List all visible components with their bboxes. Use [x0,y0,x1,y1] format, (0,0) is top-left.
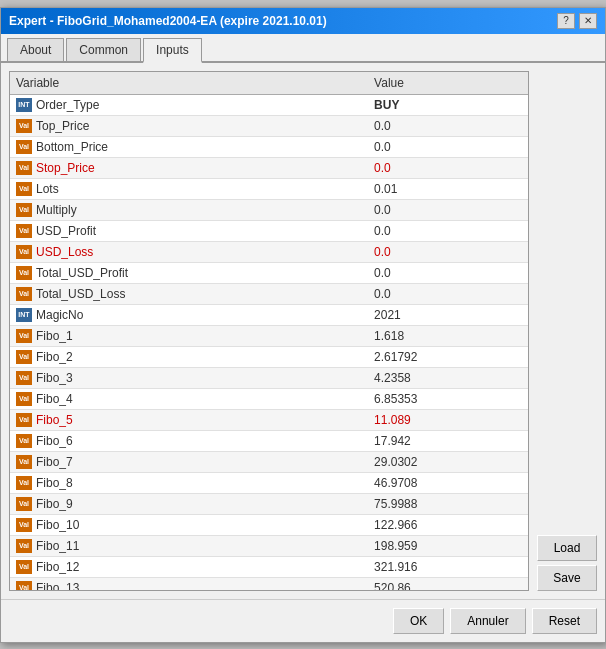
variable-value: 2.61792 [368,347,528,368]
table-row[interactable]: ValLots0.01 [10,179,528,200]
var-icon: Val [16,413,32,427]
var-icon: Val [16,560,32,574]
variable-value: 17.942 [368,431,528,452]
table-row[interactable]: ValFibo_11.618 [10,326,528,347]
ok-button[interactable]: OK [393,608,444,634]
var-icon: Val [16,518,32,532]
variable-value: 0.0 [368,116,528,137]
table-row[interactable]: ValFibo_511.089 [10,410,528,431]
variable-name: Fibo_8 [36,476,73,490]
var-icon: Val [16,140,32,154]
table-row[interactable]: ValBottom_Price0.0 [10,137,528,158]
table-row[interactable]: ValFibo_10122.966 [10,515,528,536]
table-row[interactable]: ValFibo_34.2358 [10,368,528,389]
table-row[interactable]: ValFibo_13520.86 [10,578,528,591]
variable-name: Fibo_13 [36,581,79,591]
variable-name: Fibo_9 [36,497,73,511]
help-button[interactable]: ? [557,13,575,29]
variable-name: USD_Loss [36,245,93,259]
table-row[interactable]: ValFibo_975.9988 [10,494,528,515]
variable-name: Lots [36,182,59,196]
var-icon: Val [16,434,32,448]
var-icon: Val [16,224,32,238]
table-row[interactable]: ValTop_Price0.0 [10,116,528,137]
table-row[interactable]: ValFibo_11198.959 [10,536,528,557]
variable-name: Fibo_5 [36,413,73,427]
bottom-bar: OK Annuler Reset [1,599,605,642]
variable-value: 46.9708 [368,473,528,494]
window: Expert - FiboGrid_Mohamed2004-EA (expire… [0,7,606,643]
var-icon: Val [16,182,32,196]
variable-name: Fibo_11 [36,539,79,553]
table-row[interactable]: ValFibo_22.61792 [10,347,528,368]
var-icon: Val [16,350,32,364]
variables-table: Variable Value INTOrder_TypeBUYValTop_Pr… [10,72,528,591]
var-icon: Val [16,245,32,259]
variable-name: Fibo_2 [36,350,73,364]
close-button[interactable]: ✕ [579,13,597,29]
variable-name: Top_Price [36,119,89,133]
load-button[interactable]: Load [537,535,597,561]
save-button[interactable]: Save [537,565,597,591]
var-icon: INT [16,308,32,322]
var-icon: Val [16,329,32,343]
variable-value: 0.0 [368,137,528,158]
table-row[interactable]: ValFibo_729.0302 [10,452,528,473]
variable-name: Total_USD_Loss [36,287,125,301]
table-row[interactable]: ValStop_Price0.0 [10,158,528,179]
variable-value: 6.85353 [368,389,528,410]
var-icon: Val [16,203,32,217]
variable-name: Fibo_10 [36,518,79,532]
variables-table-container[interactable]: Variable Value INTOrder_TypeBUYValTop_Pr… [9,71,529,591]
var-icon: Val [16,119,32,133]
variable-value: 2021 [368,305,528,326]
variable-value: 0.0 [368,200,528,221]
tab-common[interactable]: Common [66,38,141,61]
variable-name: Order_Type [36,98,99,112]
variable-value: 122.966 [368,515,528,536]
variable-value: 75.9988 [368,494,528,515]
variable-value: 198.959 [368,536,528,557]
table-row[interactable]: ValTotal_USD_Profit0.0 [10,263,528,284]
variable-value: BUY [368,94,528,116]
variable-value: 29.0302 [368,452,528,473]
tab-about[interactable]: About [7,38,64,61]
side-buttons: Load Save [537,71,597,591]
variable-value: 1.618 [368,326,528,347]
table-row[interactable]: INTMagicNo2021 [10,305,528,326]
reset-button[interactable]: Reset [532,608,597,634]
content-area: Variable Value INTOrder_TypeBUYValTop_Pr… [1,63,605,599]
var-icon: Val [16,161,32,175]
table-row[interactable]: ValFibo_617.942 [10,431,528,452]
variable-name: Fibo_1 [36,329,73,343]
variable-name: Fibo_7 [36,455,73,469]
var-icon: Val [16,497,32,511]
table-row[interactable]: ValUSD_Loss0.0 [10,242,528,263]
tabs-container: About Common Inputs [1,34,605,63]
table-row[interactable]: ValMultiply0.0 [10,200,528,221]
variable-value: 0.0 [368,284,528,305]
variable-name: Fibo_12 [36,560,79,574]
table-row[interactable]: ValFibo_12321.916 [10,557,528,578]
table-row[interactable]: ValFibo_846.9708 [10,473,528,494]
variable-name: USD_Profit [36,224,96,238]
variable-value: 0.0 [368,158,528,179]
var-icon: Val [16,266,32,280]
table-row[interactable]: ValUSD_Profit0.0 [10,221,528,242]
variable-name: Total_USD_Profit [36,266,128,280]
tab-inputs[interactable]: Inputs [143,38,202,63]
variable-value: 520.86 [368,578,528,591]
title-bar: Expert - FiboGrid_Mohamed2004-EA (expire… [1,8,605,34]
table-row[interactable]: INTOrder_TypeBUY [10,94,528,116]
table-row[interactable]: ValTotal_USD_Loss0.0 [10,284,528,305]
variable-name: Bottom_Price [36,140,108,154]
var-icon: Val [16,371,32,385]
var-icon: Val [16,539,32,553]
annuler-button[interactable]: Annuler [450,608,525,634]
variable-name: Stop_Price [36,161,95,175]
table-row[interactable]: ValFibo_46.85353 [10,389,528,410]
variable-name: Fibo_6 [36,434,73,448]
var-icon: Val [16,581,32,591]
variable-value: 0.0 [368,242,528,263]
variable-value: 0.01 [368,179,528,200]
